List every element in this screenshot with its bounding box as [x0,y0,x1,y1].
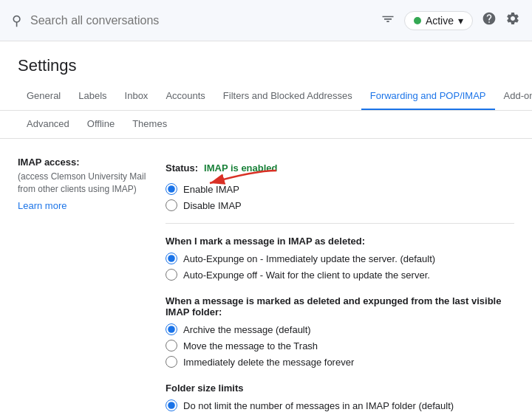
imap-section-sublabel: (access Clemson University Mail from oth… [18,171,166,196]
auto-expunge-on-option[interactable]: Auto-Expunge on - Immediately update the… [166,253,514,264]
no-limit-label: Do not limit the number of messages in a… [183,400,454,411]
when-expunged-title: When a message is marked as deleted and … [166,295,514,318]
search-icon: ⚲ [12,13,21,29]
learn-more-link[interactable]: Learn more [18,200,166,211]
when-expunged-section: When a message is marked as deleted and … [166,295,514,368]
active-label: Active [426,15,454,27]
active-dot [414,17,421,24]
tab-inbox[interactable]: Inbox [116,83,157,111]
status-prefix: Status: [166,162,198,174]
gear-icon[interactable] [505,11,520,30]
disable-imap-option[interactable]: Disable IMAP [166,199,514,211]
tab-addons[interactable]: Add-ons [495,83,532,111]
disable-imap-label: Disable IMAP [183,200,242,211]
topbar-right: Active ▾ [381,11,520,30]
imap-status-line: Status: IMAP is enabled [166,157,514,179]
enable-imap-radio[interactable] [166,183,177,195]
red-arrow [195,167,284,189]
trash-option[interactable]: Move the message to the Trash [166,340,514,351]
archive-label: Archive the message (default) [183,324,311,335]
auto-expunge-on-radio[interactable] [166,253,177,264]
subnav-tab-offline[interactable]: Offline [78,111,123,139]
help-icon[interactable] [482,11,497,30]
auto-expunge-off-label: Auto-Expunge off - Wait for the client t… [183,270,430,281]
active-status[interactable]: Active ▾ [404,11,473,30]
disable-imap-radio[interactable] [166,199,177,211]
when-deleted-title: When I mark a message in IMAP as deleted… [166,236,514,247]
tab-forwarding[interactable]: Forwarding and POP/IMAP [361,83,495,111]
delete-forever-radio[interactable] [166,356,177,368]
topbar: ⚲ Active ▾ [0,0,532,41]
search-input[interactable] [30,14,381,27]
trash-label: Move the message to the Trash [183,340,318,351]
tab-general[interactable]: General [18,83,69,111]
settings-title: Settings [0,41,532,83]
subnav-tab-advanced[interactable]: Advanced [18,111,78,139]
folder-limits-section: Folder size limits Do not limit the numb… [166,383,514,415]
subnav-tabs: Advanced Offline Themes [0,111,532,139]
when-deleted-section: When I mark a message in IMAP as deleted… [166,236,514,281]
archive-radio[interactable] [166,323,177,335]
archive-option[interactable]: Archive the message (default) [166,323,514,335]
divider-1 [166,223,514,224]
tab-filters[interactable]: Filters and Blocked Addresses [214,83,361,111]
imap-section-label: IMAP access: [18,157,166,168]
no-limit-option[interactable]: Do not limit the number of messages in a… [166,399,514,411]
filter-icon[interactable] [381,11,395,30]
imap-content: Status: IMAP is enabled Enable IMAP [166,157,514,415]
delete-forever-label: Immediately delete the message forever [183,357,354,368]
imap-label-col: IMAP access: (access Clemson University … [18,157,166,415]
delete-forever-option[interactable]: Immediately delete the message forever [166,356,514,368]
chevron-down-icon: ▾ [458,15,463,27]
auto-expunge-off-radio[interactable] [166,269,177,281]
auto-expunge-on-label: Auto-Expunge on - Immediately update the… [183,253,435,264]
imap-access-section: IMAP access: (access Clemson University … [18,157,514,415]
nav-tabs: General Labels Inbox Accounts Filters an… [0,83,532,111]
auto-expunge-off-option[interactable]: Auto-Expunge off - Wait for the client t… [166,269,514,281]
subnav-tab-themes[interactable]: Themes [123,111,176,139]
tab-labels[interactable]: Labels [69,83,115,111]
trash-radio[interactable] [166,340,177,351]
tab-accounts[interactable]: Accounts [157,83,214,111]
no-limit-radio[interactable] [166,399,177,411]
folder-limits-title: Folder size limits [166,383,514,394]
settings-content: IMAP access: (access Clemson University … [0,139,532,415]
